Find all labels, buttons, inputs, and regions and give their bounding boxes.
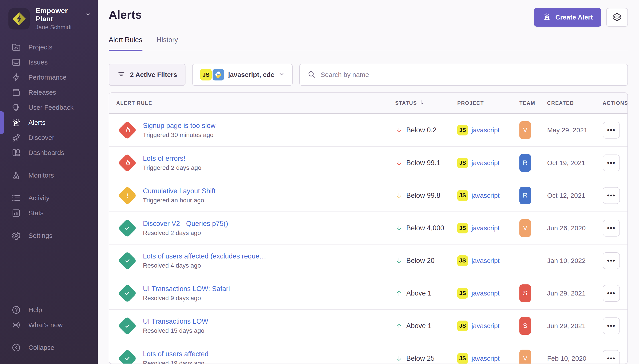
javascript-project-icon: JS xyxy=(200,69,212,80)
table-row: UI Transactions LOW Resolved 15 days ago… xyxy=(109,309,627,342)
sidebar-item-dashboards[interactable]: Dashboards xyxy=(0,145,98,160)
sidebar-item-stats[interactable]: Stats xyxy=(0,206,98,220)
alert-rule-status-detail: Triggered 30 minutes ago xyxy=(143,132,215,138)
sidebar-item-what-s-new[interactable]: What's new xyxy=(0,318,98,332)
alert-rule-status-detail: Resolved 4 days ago xyxy=(143,262,266,269)
org-name: Empower Plant xyxy=(36,7,82,23)
sidebar-item-collapse[interactable]: Collapse xyxy=(0,340,98,355)
table-row: Lots of users affected (excludes reque… … xyxy=(109,244,627,277)
status-threshold: Below 0.2 xyxy=(406,126,436,134)
sidebar-item-discover[interactable]: Discover xyxy=(0,130,98,145)
tab-alert-rules[interactable]: Alert Rules xyxy=(109,36,142,51)
alert-settings-button[interactable] xyxy=(606,8,628,26)
row-actions-button[interactable]: ••• xyxy=(603,285,620,302)
javascript-platform-icon: JS xyxy=(457,353,468,364)
tab-history[interactable]: History xyxy=(157,36,178,51)
status-threshold: Below 99.1 xyxy=(406,159,440,167)
status-cell: Below 0.2 xyxy=(395,126,457,134)
alert-rule-status-detail: Resolved 2 days ago xyxy=(143,230,228,236)
active-filters-button[interactable]: 2 Active Filters xyxy=(109,64,185,86)
javascript-platform-icon: JS xyxy=(457,158,468,168)
projects-icon xyxy=(11,42,21,52)
alert-rule-link[interactable]: Lots of users affected xyxy=(143,350,209,358)
arrow-down-icon xyxy=(395,126,403,134)
table-row: Lots of users affected Resolved 19 days … xyxy=(109,342,627,364)
search-input[interactable] xyxy=(321,71,620,78)
javascript-platform-icon: JS xyxy=(457,288,468,298)
chevron-down-icon xyxy=(278,71,285,79)
row-actions-button[interactable]: ••• xyxy=(603,252,620,269)
sidebar-item-help[interactable]: Help xyxy=(0,302,98,318)
sidebar-item-monitors[interactable]: Monitors xyxy=(0,168,98,183)
project-link[interactable]: javascript xyxy=(471,322,500,330)
alert-rules-table: ALERT RULE STATUS PROJECT TEAM CREATED A… xyxy=(109,92,628,364)
sort-descending-icon xyxy=(419,99,425,107)
sidebar-item-releases[interactable]: Releases xyxy=(0,85,98,100)
alert-rule-status-detail: Triggered an hour ago xyxy=(143,197,215,204)
project-cell: JS javascript xyxy=(457,125,519,136)
project-link[interactable]: javascript xyxy=(471,290,500,297)
row-actions-button[interactable]: ••• xyxy=(603,154,620,171)
sidebar-item-issues[interactable]: Issues xyxy=(0,55,98,70)
created-date: Jun 26, 2020 xyxy=(547,224,603,232)
project-link[interactable]: javascript xyxy=(471,257,500,264)
javascript-platform-icon: JS xyxy=(457,320,468,331)
sidebar-item-activity[interactable]: Activity xyxy=(0,190,98,206)
project-cell: JS javascript xyxy=(457,158,519,168)
project-link[interactable]: javascript xyxy=(471,355,500,362)
alert-rule-status-detail: Triggered 2 days ago xyxy=(143,164,201,171)
check-icon xyxy=(123,289,131,297)
sidebar-item-label: Activity xyxy=(29,194,50,202)
team-cell: V xyxy=(519,219,547,237)
project-link[interactable]: javascript xyxy=(471,159,500,167)
warning-icon xyxy=(123,192,131,200)
sidebar-item-projects[interactable]: Projects xyxy=(0,40,98,55)
project-link[interactable]: javascript xyxy=(471,126,500,134)
sidebar-item-settings[interactable]: Settings xyxy=(0,228,98,243)
team-avatar: V xyxy=(519,121,531,139)
sidebar-item-alerts[interactable]: Alerts xyxy=(0,115,98,130)
search-container xyxy=(299,64,628,86)
discover-icon xyxy=(11,132,21,143)
alert-rule-status-detail: Resolved 9 days ago xyxy=(143,294,230,302)
alert-rule-link[interactable]: Signup page is too slow xyxy=(143,122,215,130)
arrow-down-icon xyxy=(395,257,403,264)
row-actions-button[interactable]: ••• xyxy=(603,220,620,236)
sidebar-item-performance[interactable]: Performance xyxy=(0,70,98,85)
sidebar-item-label: Performance xyxy=(29,74,67,81)
alert-rule-link[interactable]: UI Transactions LOW: Safari xyxy=(143,285,230,293)
project-cell: JS javascript xyxy=(457,256,519,266)
sidebar-nav: ProjectsIssuesPerformanceReleasesUser Fe… xyxy=(0,40,98,243)
alert-rule-link[interactable]: UI Transactions LOW xyxy=(143,318,208,326)
org-switcher[interactable]: Empower Plant Jane Schmidt xyxy=(0,0,98,31)
arrow-up-icon xyxy=(395,322,403,330)
created-date: Jun 29, 2021 xyxy=(547,322,603,330)
python-project-icon xyxy=(213,69,224,80)
javascript-platform-icon: JS xyxy=(457,256,468,266)
project-link[interactable]: javascript xyxy=(471,192,500,199)
settings-icon xyxy=(11,230,21,241)
alert-rule-link[interactable]: Lots of users affected (excludes reque… xyxy=(143,252,266,260)
create-alert-button[interactable]: Create Alert xyxy=(534,8,601,26)
row-actions-button[interactable]: ••• xyxy=(603,122,620,138)
flame-icon xyxy=(123,159,131,167)
activity-icon xyxy=(11,193,21,203)
status-cell: Below 99.1 xyxy=(395,159,457,167)
column-header-alert-rule: ALERT RULE xyxy=(109,100,395,106)
sidebar-item-user-feedback[interactable]: User Feedback xyxy=(0,100,98,115)
row-actions-button[interactable]: ••• xyxy=(603,318,620,334)
sidebar-footer-nav: HelpWhat's newCollapse xyxy=(0,295,98,364)
row-actions-button[interactable]: ••• xyxy=(603,350,620,364)
alert-rule-link[interactable]: Lots of errors! xyxy=(143,154,201,162)
alert-rule-link[interactable]: Discover V2 - Queries p75() xyxy=(143,220,228,228)
page-title: Alerts xyxy=(109,8,142,21)
project-link[interactable]: javascript xyxy=(471,224,500,232)
project-selector[interactable]: JS javascript, cdc xyxy=(192,64,292,86)
column-header-status[interactable]: STATUS xyxy=(395,99,457,107)
tab-bar: Alert Rules History xyxy=(109,36,628,51)
row-actions-button[interactable]: ••• xyxy=(603,187,620,204)
team-avatar: V xyxy=(519,350,531,364)
releases-icon xyxy=(11,87,21,98)
created-date: Feb 10, 2020 xyxy=(547,355,603,362)
alert-rule-link[interactable]: Cumulative Layout Shift xyxy=(143,187,215,195)
